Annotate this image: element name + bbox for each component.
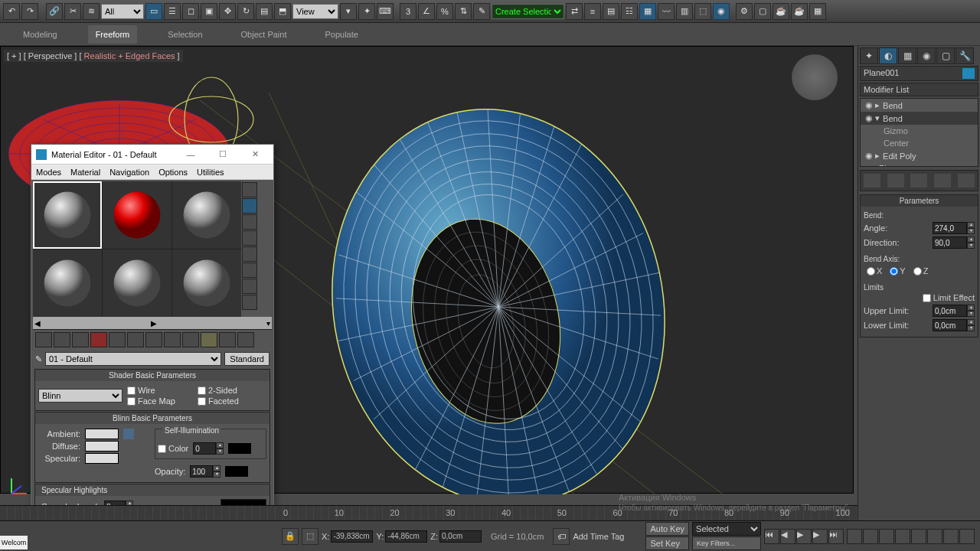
- options-icon[interactable]: [242, 279, 257, 294]
- dope-sheet-icon[interactable]: ▥: [676, 3, 693, 20]
- mirror-icon[interactable]: ⇄: [566, 3, 583, 20]
- modifier-stack[interactable]: ◉ ▸Bend ◉ ▾Bend Gizmo Center ◉ ▸Edit Pol…: [860, 98, 978, 167]
- render-frame-icon[interactable]: ▢: [754, 3, 771, 20]
- filter-select[interactable]: All: [101, 4, 144, 19]
- rotate-icon[interactable]: ↻: [237, 3, 254, 20]
- shader-rollout-header[interactable]: Shader Basic Parameters: [35, 370, 270, 381]
- menu-utilities[interactable]: Utilities: [197, 168, 224, 177]
- put-to-library-icon[interactable]: [145, 332, 162, 347]
- limit-effect-checkbox[interactable]: [923, 294, 931, 302]
- x-coord-input[interactable]: [331, 530, 373, 543]
- add-time-tag[interactable]: Add Time Tag: [573, 532, 624, 541]
- hierarchy-panel-icon[interactable]: ▦: [898, 47, 916, 64]
- direction-spinner[interactable]: ▴▾: [933, 236, 975, 249]
- modifier-plane[interactable]: Plane: [861, 162, 978, 167]
- ribbon-tab-modeling[interactable]: Modeling: [15, 25, 65, 44]
- material-sample-4[interactable]: [33, 249, 102, 317]
- material-sample-6[interactable]: [172, 249, 241, 317]
- select-icon[interactable]: ▭: [145, 3, 162, 20]
- object-name-field[interactable]: Plane001: [860, 66, 978, 81]
- link-icon[interactable]: 🔗: [46, 3, 63, 20]
- wire-checkbox[interactable]: Wire: [127, 386, 196, 395]
- select-by-mat-icon[interactable]: [242, 295, 257, 310]
- material-sample-2[interactable]: [103, 181, 172, 249]
- display-panel-icon[interactable]: ▢: [936, 47, 955, 64]
- maximize-icon[interactable]: ☐: [209, 149, 237, 159]
- specular-swatch[interactable]: [85, 453, 119, 464]
- layer-icon[interactable]: ▤: [603, 3, 619, 20]
- manipulate-icon[interactable]: ✦: [358, 3, 375, 20]
- scale-icon[interactable]: ▤: [256, 3, 273, 20]
- auto-key-button[interactable]: Auto Key: [645, 522, 689, 536]
- orbit-icon[interactable]: [927, 529, 942, 544]
- upper-limit-spinner[interactable]: ▴▾: [933, 305, 975, 317]
- window-crossing-icon[interactable]: ▣: [201, 3, 217, 20]
- go-sibling-icon[interactable]: [237, 332, 254, 347]
- uv-tiling-icon[interactable]: [242, 230, 257, 246]
- ref-coord-select[interactable]: View: [292, 4, 338, 19]
- material-sample-3[interactable]: [172, 181, 241, 249]
- material-type-button[interactable]: Standard: [224, 352, 270, 366]
- ribbon-tab-populate[interactable]: Populate: [317, 25, 365, 44]
- ambient-swatch[interactable]: [85, 429, 119, 439]
- play-icon[interactable]: ▶: [796, 529, 812, 544]
- modifier-list-dropdown[interactable]: Modifier List: [860, 83, 978, 96]
- min-max-icon[interactable]: [959, 529, 975, 544]
- undo-icon[interactable]: ↶: [3, 3, 20, 20]
- modifier-center[interactable]: Center: [861, 137, 978, 149]
- key-mode-select[interactable]: Selected: [692, 522, 761, 536]
- fov-icon[interactable]: [895, 529, 910, 544]
- move-icon[interactable]: ✥: [219, 3, 236, 20]
- menu-modes[interactable]: Modes: [36, 168, 61, 177]
- unlink-icon[interactable]: ✂: [64, 3, 81, 20]
- modify-panel-icon[interactable]: ◐: [879, 47, 897, 64]
- render-setup-icon[interactable]: ⚙: [736, 3, 753, 20]
- make-unique-icon[interactable]: [910, 174, 927, 187]
- schematic-icon[interactable]: ⬚: [694, 3, 711, 20]
- material-name-select[interactable]: 01 - Default: [45, 352, 221, 366]
- axis-x-radio[interactable]: X: [867, 266, 882, 276]
- ribbon-tab-freeform[interactable]: Freeform: [88, 25, 138, 44]
- minimize-icon[interactable]: —: [177, 150, 204, 159]
- snap-3-icon[interactable]: 3: [400, 3, 416, 20]
- axis-y-radio[interactable]: Y: [890, 266, 905, 276]
- teapot1-icon[interactable]: ☕: [773, 3, 789, 20]
- material-id-icon[interactable]: [164, 332, 181, 347]
- viewcube-icon[interactable]: [792, 54, 838, 100]
- face-map-checkbox[interactable]: Face Map: [127, 396, 196, 406]
- align-icon[interactable]: ≡: [584, 3, 601, 20]
- material-editor-icon[interactable]: ◉: [713, 3, 730, 20]
- spec-high-header[interactable]: Specular Highlights: [35, 484, 270, 496]
- spinner-snap-icon[interactable]: ⇅: [455, 3, 472, 20]
- next-frame-icon[interactable]: ▶: [812, 529, 828, 544]
- faceted-checkbox[interactable]: Faceted: [198, 396, 266, 406]
- named-selection-select[interactable]: Create Selection Set: [492, 4, 564, 19]
- modifier-bend-1[interactable]: ◉ ▸Bend: [861, 99, 978, 112]
- ribbon-tab-selection[interactable]: Selection: [160, 25, 210, 44]
- key-filters-button[interactable]: Key Filters...: [692, 536, 761, 550]
- angle-snap-icon[interactable]: ∠: [418, 3, 435, 20]
- shader-select[interactable]: Blinn: [38, 389, 122, 403]
- lock-selection-icon[interactable]: 🔒: [282, 528, 299, 545]
- pivot-icon[interactable]: ▾: [340, 3, 357, 20]
- teapot2-icon[interactable]: ☕: [791, 3, 808, 20]
- utilities-panel-icon[interactable]: 🔧: [956, 47, 974, 64]
- zoom-icon[interactable]: [863, 529, 878, 544]
- axis-z-radio[interactable]: Z: [913, 266, 929, 276]
- self-illum-spinner[interactable]: ▴▾: [193, 442, 224, 455]
- material-sample-5[interactable]: [103, 249, 172, 317]
- modifier-gizmo[interactable]: Gizmo: [861, 125, 978, 137]
- angle-spinner[interactable]: ▴▾: [933, 222, 975, 234]
- render-icon[interactable]: ▦: [809, 3, 826, 20]
- y-coord-input[interactable]: [385, 530, 427, 543]
- goto-end-icon[interactable]: ⏭: [828, 529, 844, 544]
- transform-type-icon[interactable]: ⬚: [302, 528, 318, 545]
- select-by-name-icon[interactable]: ☰: [164, 3, 181, 20]
- menu-options[interactable]: Options: [158, 168, 188, 177]
- prev-frame-icon[interactable]: ◀: [780, 529, 795, 544]
- two-sided-checkbox[interactable]: 2-Sided: [198, 386, 266, 395]
- remove-modifier-icon[interactable]: [934, 174, 951, 187]
- put-to-scene-icon[interactable]: [54, 332, 70, 347]
- backlight-icon[interactable]: [242, 198, 257, 214]
- welcome-tab[interactable]: Welcom: [0, 536, 28, 549]
